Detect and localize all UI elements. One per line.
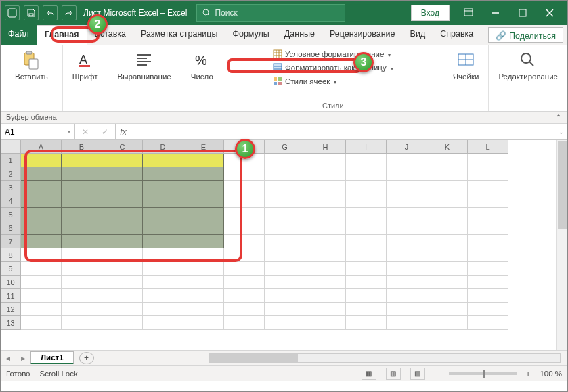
cell-D6[interactable] — [143, 221, 183, 235]
cell-C6[interactable] — [102, 221, 143, 235]
cell-K1[interactable] — [427, 154, 468, 167]
cells-button[interactable]: Ячейки — [449, 48, 483, 83]
cell-J10[interactable] — [387, 276, 427, 289]
format-as-table-button[interactable]: Форматировать как таблицу — [270, 62, 396, 74]
row-header-1[interactable]: 1 — [1, 154, 21, 167]
cell-B7[interactable] — [62, 235, 102, 248]
col-header-B[interactable]: B — [62, 140, 102, 154]
cell-B13[interactable] — [62, 316, 102, 330]
search-input[interactable]: Поиск — [196, 4, 345, 22]
cell-B6[interactable] — [62, 221, 102, 235]
view-normal-icon[interactable]: ▦ — [362, 368, 376, 380]
cell-E11[interactable] — [183, 289, 224, 303]
redo-icon[interactable] — [62, 5, 77, 20]
cell-A5[interactable] — [21, 208, 62, 221]
cell-A8[interactable] — [21, 248, 62, 262]
close-icon[interactable] — [536, 1, 563, 25]
cell-F7[interactable] — [224, 235, 265, 248]
view-page-break-icon[interactable]: ▤ — [410, 368, 425, 380]
cell-F13[interactable] — [224, 316, 265, 330]
cell-E1[interactable] — [183, 154, 224, 167]
cell-A4[interactable] — [21, 194, 62, 208]
cell-I3[interactable] — [346, 181, 387, 194]
cell-I9[interactable] — [346, 262, 387, 276]
col-header-G[interactable]: G — [265, 140, 305, 154]
cell-K9[interactable] — [427, 262, 468, 276]
cell-I2[interactable] — [346, 167, 387, 181]
cell-B2[interactable] — [62, 167, 102, 181]
cell-H10[interactable] — [305, 276, 346, 289]
cell-L10[interactable] — [468, 276, 508, 289]
cell-G8[interactable] — [265, 248, 305, 262]
cell-E3[interactable] — [183, 181, 224, 194]
cell-G12[interactable] — [265, 303, 305, 316]
cell-H2[interactable] — [305, 167, 346, 181]
col-header-E[interactable]: E — [183, 140, 224, 154]
cell-F6[interactable] — [224, 221, 265, 235]
alignment-button[interactable]: Выравнивание — [114, 48, 175, 83]
cell-H8[interactable] — [305, 248, 346, 262]
cell-G11[interactable] — [265, 289, 305, 303]
cell-F9[interactable] — [224, 262, 265, 276]
row-header-5[interactable]: 5 — [1, 208, 21, 221]
sheet-nav-next[interactable]: ▸ — [16, 353, 30, 363]
cell-E4[interactable] — [183, 194, 224, 208]
row-header-3[interactable]: 3 — [1, 181, 21, 194]
cell-J1[interactable] — [387, 154, 427, 167]
cell-C12[interactable] — [102, 303, 143, 316]
ribbon-display-icon[interactable] — [455, 1, 482, 25]
cell-D4[interactable] — [143, 194, 183, 208]
tab-view[interactable]: Вид — [403, 25, 433, 45]
cell-C4[interactable] — [102, 194, 143, 208]
col-header-D[interactable]: D — [143, 140, 183, 154]
cell-L9[interactable] — [468, 262, 508, 276]
cell-F12[interactable] — [224, 303, 265, 316]
cell-D2[interactable] — [143, 167, 183, 181]
cell-C10[interactable] — [102, 276, 143, 289]
cell-B10[interactable] — [62, 276, 102, 289]
number-button[interactable]: % Число — [187, 48, 217, 83]
cell-A2[interactable] — [21, 167, 62, 181]
cell-L5[interactable] — [468, 208, 508, 221]
cell-C13[interactable] — [102, 316, 143, 330]
cell-D7[interactable] — [143, 235, 183, 248]
cell-B4[interactable] — [62, 194, 102, 208]
cell-K12[interactable] — [427, 303, 468, 316]
cell-E9[interactable] — [183, 262, 224, 276]
cell-B1[interactable] — [62, 154, 102, 167]
row-header-9[interactable]: 9 — [1, 262, 21, 276]
cell-G6[interactable] — [265, 221, 305, 235]
cell-C2[interactable] — [102, 167, 143, 181]
cell-D9[interactable] — [143, 262, 183, 276]
row-header-2[interactable]: 2 — [1, 167, 21, 181]
cell-I13[interactable] — [346, 316, 387, 330]
tab-data[interactable]: Данные — [277, 25, 322, 45]
cell-F2[interactable] — [224, 167, 265, 181]
maximize-icon[interactable] — [509, 1, 536, 25]
cell-G4[interactable] — [265, 194, 305, 208]
cell-H13[interactable] — [305, 316, 346, 330]
row-header-13[interactable]: 13 — [1, 316, 21, 330]
cell-G1[interactable] — [265, 154, 305, 167]
zoom-in-button[interactable]: + — [526, 370, 531, 378]
col-header-I[interactable]: I — [346, 140, 387, 154]
cell-B5[interactable] — [62, 208, 102, 221]
conditional-formatting-button[interactable]: Условное форматирование — [270, 48, 396, 60]
cell-B9[interactable] — [62, 262, 102, 276]
cell-J2[interactable] — [387, 167, 427, 181]
tab-file[interactable]: Файл — [1, 25, 37, 45]
cell-L2[interactable] — [468, 167, 508, 181]
tab-help[interactable]: Справка — [433, 25, 481, 45]
col-header-J[interactable]: J — [387, 140, 427, 154]
cell-E7[interactable] — [183, 235, 224, 248]
cell-L4[interactable] — [468, 194, 508, 208]
cell-A11[interactable] — [21, 289, 62, 303]
cell-F10[interactable] — [224, 276, 265, 289]
cell-L8[interactable] — [468, 248, 508, 262]
zoom-out-button[interactable]: − — [435, 370, 439, 378]
cell-D10[interactable] — [143, 276, 183, 289]
cell-D12[interactable] — [143, 303, 183, 316]
cell-L1[interactable] — [468, 154, 508, 167]
cell-I4[interactable] — [346, 194, 387, 208]
expand-formula-icon[interactable]: ⌄ — [555, 129, 567, 135]
